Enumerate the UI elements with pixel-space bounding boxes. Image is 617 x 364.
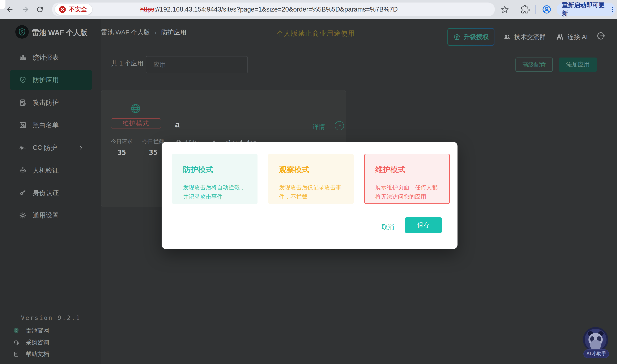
mode-title: 防护模式: [183, 165, 257, 175]
mode-select-dialog: 防护模式 发现攻击后将自动拦截，并记录攻击事件 观察模式 发现攻击后仅记录攻击事…: [162, 142, 458, 249]
save-button[interactable]: 保存: [405, 217, 442, 233]
mode-title: 维护模式: [375, 165, 449, 175]
mode-description: 展示维护页面，任何人都将无法访问您的应用: [375, 183, 442, 201]
cancel-button[interactable]: 取消: [377, 221, 398, 234]
mode-description: 发现攻击后将自动拦截，并记录攻击事件: [183, 183, 250, 201]
mode-card-observation[interactable]: 观察模式 发现攻击后仅记录攻击事件，不拦截: [268, 154, 354, 204]
mode-title: 观察模式: [279, 165, 354, 175]
mode-card-protection[interactable]: 防护模式 发现攻击后将自动拦截，并记录攻击事件: [172, 154, 257, 204]
mode-description: 发现攻击后仅记录攻击事件，不拦截: [279, 183, 346, 201]
mode-card-maintenance-selected[interactable]: 维护模式 展示维护页面，任何人都将无法访问您的应用: [364, 154, 450, 204]
